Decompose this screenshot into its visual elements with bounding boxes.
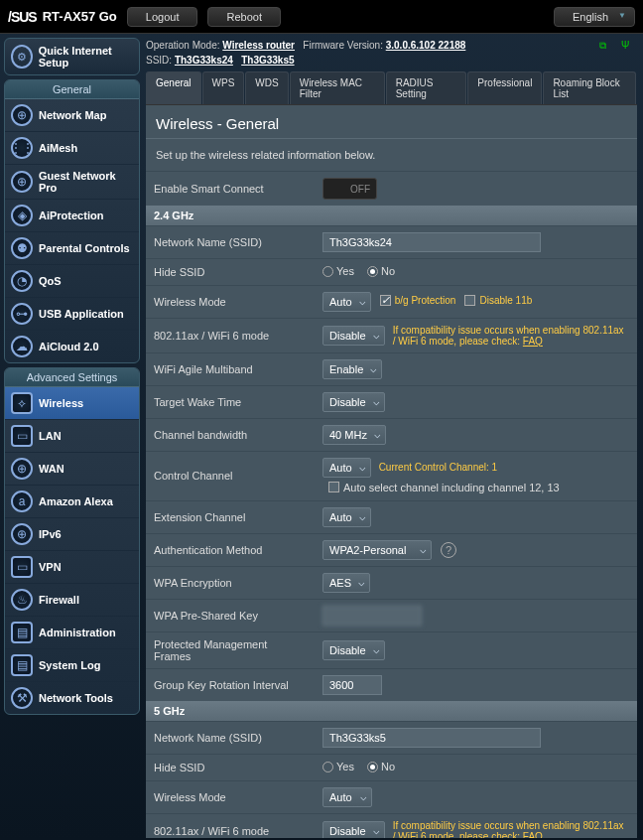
band-5-header: 5 GHz [146,701,637,721]
hide-ssid-5-no[interactable]: No [367,761,395,772]
smart-connect-label: Enable Smart Connect [146,172,315,207]
language-select[interactable]: English [554,7,635,27]
nav-aimesh[interactable]: ⋮⋮AiMesh [5,132,139,165]
fire-icon: ♨ [11,589,33,611]
usb-status-icon[interactable]: Ψ [621,40,637,52]
ax-24-warning: If compatibility issue occurs when enabl… [393,325,629,347]
vpn-icon: ▭ [11,556,33,578]
nav-alexa[interactable]: aAmazon Alexa [5,486,139,518]
tab-roaming[interactable]: Roaming Block List [543,71,636,104]
wifi-icon: ⟡ [11,392,33,414]
quick-setup-label: Quick Internet Setup [39,45,133,69]
nav-aicloud[interactable]: ☁AiCloud 2.0 [5,331,139,362]
tab-macfilter[interactable]: Wireless MAC Filter [290,71,385,104]
disable-11b-check[interactable]: Disable 11b [464,295,532,306]
advanced-header: Advanced Settings [5,368,139,387]
quick-setup-button[interactable]: ⚙ Quick Internet Setup [4,38,140,75]
nav-wireless[interactable]: ⟡Wireless [5,387,139,420]
nav-usb[interactable]: ⊶USB Application [5,298,139,331]
twt-24-select[interactable]: Disable [322,392,385,412]
settings-panel: Wireless - General Set up the wireless r… [146,105,637,838]
hide-ssid-24-no[interactable]: No [367,265,395,277]
opmode-link[interactable]: Wireless router [222,40,295,51]
nav-ipv6[interactable]: ⊕IPv6 [5,518,139,551]
tools-icon: ⚒ [11,687,33,709]
sidebar-general-group: General ⊕Network Map ⋮⋮AiMesh ⊕Guest Net… [4,79,140,363]
gauge-icon: ◔ [11,270,33,292]
ctrl-24-select[interactable]: Auto [322,458,371,478]
hide-ssid-5-yes[interactable]: Yes [322,761,354,772]
nav-vpn[interactable]: ▭VPN [5,551,139,584]
logout-button[interactable]: Logout [127,7,198,27]
brand-logo: /SUS [8,9,37,25]
ax-5-select[interactable]: Disable [322,821,385,839]
log-icon: ▤ [11,654,33,676]
nav-syslog[interactable]: ▤System Log [5,649,139,682]
globe-icon: ⊕ [11,171,33,193]
nav-admin[interactable]: ▤Administration [5,617,139,649]
nav-aiprotection[interactable]: ◈AiProtection [5,200,139,232]
nav-parental[interactable]: ⚉Parental Controls [5,232,139,265]
auto-ch12-13-check[interactable]: Auto select channel including channel 12… [328,482,560,493]
smart-connect-toggle[interactable]: OFF [322,178,377,200]
sidebar: ⚙ Quick Internet Setup General ⊕Network … [0,34,144,838]
psk-24-input[interactable] [322,606,422,626]
sidebar-advanced-group: Advanced Settings ⟡Wireless ▭LAN ⊕WAN aA… [4,367,140,715]
usb-icon: ⊶ [11,303,33,325]
content-area: ⧉ Ψ Operation Mode: Wireless router Firm… [144,34,643,838]
globe-icon: ⊕ [11,104,33,126]
nav-firewall[interactable]: ♨Firewall [5,584,139,617]
ssid-24-input[interactable] [322,232,541,252]
tab-professional[interactable]: Professional [467,71,542,104]
ipv6-icon: ⊕ [11,523,33,545]
top-bar: /SUS RT-AX57 Go Logout Reboot English [0,0,643,34]
faq-link-5[interactable]: FAQ [523,831,543,839]
meta-line-2: SSID: Th3G33ks24 Th3G33ks5 [146,53,637,68]
nav-lan[interactable]: ▭LAN [5,420,139,453]
nav-qos[interactable]: ◔QoS [5,265,139,298]
ssid-5-input[interactable] [322,728,541,748]
meta-line-1: ⧉ Ψ Operation Mode: Wireless router Firm… [146,38,637,53]
wpaenc-24-select[interactable]: AES [322,573,370,593]
help-icon[interactable]: ? [441,542,456,558]
globe-icon: ⊕ [11,458,33,480]
setup-icon: ⚙ [11,45,33,69]
faq-link[interactable]: FAQ [523,336,543,347]
cloud-icon: ☁ [11,336,33,357]
mesh-icon: ⋮⋮ [11,137,33,159]
bw-24-select[interactable]: 40 MHz [322,425,386,445]
link-icon[interactable]: ⧉ [599,40,615,52]
ctrl-24-current: Current Control Channel: 1 [379,462,498,473]
bg-protection-check[interactable]: b/g Protection [380,295,456,306]
general-header: General [5,80,139,99]
shield-icon: ◈ [11,205,33,226]
reboot-button[interactable]: Reboot [207,7,280,27]
tab-wps[interactable]: WPS [202,71,245,104]
mode-5-select[interactable]: Auto [322,787,372,807]
tab-general[interactable]: General [146,71,201,104]
ext-24-select[interactable]: Auto [322,507,371,527]
model-name: RT-AX57 Go [43,9,117,24]
nav-nettools[interactable]: ⚒Network Tools [5,682,139,714]
ax-24-select[interactable]: Disable [322,326,385,346]
panel-desc: Set up the wireless related information … [146,139,637,171]
firmware-link[interactable]: 3.0.0.6.102 22188 [386,40,466,51]
pmf-24-select[interactable]: Disable [322,640,385,660]
agile-24-select[interactable]: Enable [322,359,382,379]
people-icon: ⚉ [11,237,33,259]
nav-guest-network[interactable]: ⊕Guest Network Pro [5,165,139,200]
hide-ssid-24-yes[interactable]: Yes [322,265,354,277]
admin-icon: ▤ [11,622,33,643]
tab-bar: General WPS WDS Wireless MAC Filter RADI… [146,71,637,105]
alexa-icon: a [11,490,33,512]
ax-5-warning: If compatibility issue occurs when enabl… [393,820,629,839]
nav-wan[interactable]: ⊕WAN [5,453,139,486]
panel-title: Wireless - General [146,105,637,139]
gkri-24-input[interactable] [322,675,382,695]
nav-network-map[interactable]: ⊕Network Map [5,99,139,132]
mode-24-select[interactable]: Auto [322,292,371,312]
tab-wds[interactable]: WDS [245,71,288,104]
auth-24-select[interactable]: WPA2-Personal [322,540,432,560]
tab-radius[interactable]: RADIUS Setting [386,71,467,104]
band-24-header: 2.4 GHz [146,206,637,225]
